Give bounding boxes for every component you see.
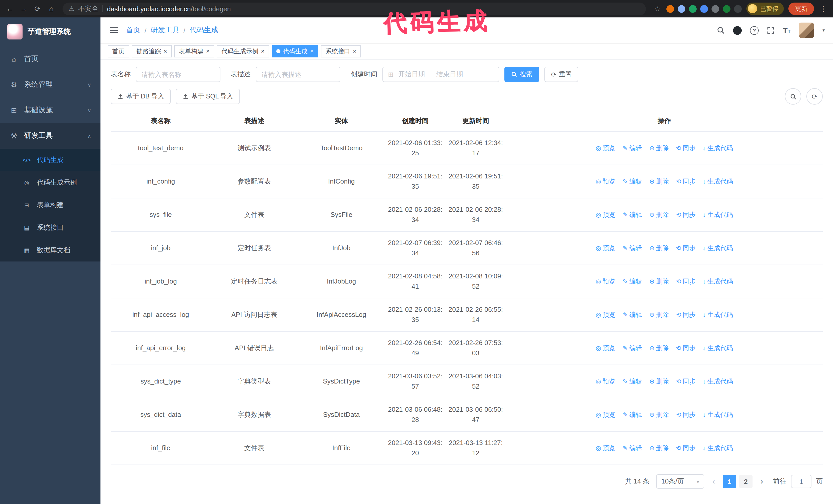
action-generate[interactable]: ↓生成代码 [703, 176, 733, 187]
logo[interactable]: 芋道管理系统 [0, 18, 100, 46]
action-edit[interactable]: ✎编辑 [623, 443, 642, 453]
action-edit[interactable]: ✎编辑 [623, 277, 642, 287]
next-page-button[interactable]: › [757, 477, 766, 486]
action-delete[interactable]: ⊖删除 [649, 343, 669, 353]
action-preview[interactable]: ◎预览 [596, 410, 615, 420]
action-delete[interactable]: ⊖删除 [649, 410, 669, 420]
close-icon[interactable]: × [261, 48, 264, 54]
action-delete[interactable]: ⊖删除 [649, 176, 669, 187]
import-db-button[interactable]: 基于 DB 导入 [111, 89, 171, 104]
close-icon[interactable]: × [164, 48, 167, 54]
action-delete[interactable]: ⊖删除 [649, 243, 669, 253]
sidebar-item-codegen[interactable]: </>代码生成 [0, 149, 100, 171]
close-icon[interactable]: × [206, 48, 210, 54]
action-preview[interactable]: ◎预览 [596, 376, 615, 387]
extension-icon[interactable] [678, 5, 685, 13]
action-generate[interactable]: ↓生成代码 [703, 210, 733, 220]
sidebar-item-api[interactable]: ▤系统接口 [0, 216, 100, 239]
browser-home-icon[interactable]: ⌂ [47, 5, 56, 13]
sidebar-item-infra[interactable]: ⊞基础设施∨ [0, 97, 100, 123]
action-generate[interactable]: ↓生成代码 [703, 376, 733, 387]
help-icon[interactable]: ? [750, 26, 759, 34]
tab-codegen-example[interactable]: 代码生成示例× [217, 45, 269, 57]
fullscreen-icon[interactable] [767, 26, 775, 34]
action-preview[interactable]: ◎预览 [596, 343, 615, 353]
action-preview[interactable]: ◎预览 [596, 443, 615, 453]
action-sync[interactable]: ⟲同步 [676, 143, 696, 153]
tab-home[interactable]: 首页 [108, 45, 129, 57]
action-sync[interactable]: ⟲同步 [676, 310, 696, 320]
page-1[interactable]: 1 [723, 475, 736, 488]
user-avatar[interactable] [799, 23, 814, 38]
table-name-input[interactable] [136, 67, 220, 82]
address-bar[interactable]: ⚠ 不安全 dashboard.yudao.iocoder.cn/tool/co… [63, 2, 646, 15]
action-edit[interactable]: ✎编辑 [623, 410, 642, 420]
prev-page-button[interactable]: ‹ [709, 477, 718, 486]
bookmark-star-icon[interactable]: ☆ [652, 5, 662, 13]
font-size-icon[interactable]: TT [783, 26, 791, 34]
tab-form-builder[interactable]: 表单构建× [174, 45, 214, 57]
action-edit[interactable]: ✎编辑 [623, 176, 642, 187]
action-sync[interactable]: ⟲同步 [676, 210, 696, 220]
action-generate[interactable]: ↓生成代码 [703, 410, 733, 420]
refresh-button[interactable]: ⟳ [806, 88, 823, 104]
sidebar-item-system[interactable]: ⚙系统管理∨ [0, 72, 100, 97]
action-edit[interactable]: ✎编辑 [623, 343, 642, 353]
breadcrumb-item[interactable]: 研发工具 [151, 26, 180, 35]
action-generate[interactable]: ↓生成代码 [703, 243, 733, 253]
page-size-select[interactable]: 10条/页 ▾ [656, 474, 704, 488]
breadcrumb-item[interactable]: 首页 [126, 26, 140, 35]
action-edit[interactable]: ✎编辑 [623, 310, 642, 320]
profile-badge[interactable]: 已暂停 [746, 3, 784, 15]
action-sync[interactable]: ⟲同步 [676, 376, 696, 387]
action-delete[interactable]: ⊖删除 [649, 210, 669, 220]
sidebar-item-home[interactable]: ⌂首页 [0, 46, 100, 72]
action-edit[interactable]: ✎编辑 [623, 243, 642, 253]
action-preview[interactable]: ◎预览 [596, 210, 615, 220]
action-edit[interactable]: ✎编辑 [623, 376, 642, 387]
action-delete[interactable]: ⊖删除 [649, 376, 669, 387]
action-sync[interactable]: ⟲同步 [676, 443, 696, 453]
sidebar-item-devtools[interactable]: ⚒研发工具∧ [0, 123, 100, 149]
action-sync[interactable]: ⟲同步 [676, 243, 696, 253]
forward-icon[interactable]: → [19, 5, 28, 13]
action-delete[interactable]: ⊖删除 [649, 143, 669, 153]
tab-codegen[interactable]: 代码生成× [272, 45, 318, 57]
hamburger-icon[interactable] [109, 25, 119, 36]
date-range-picker[interactable]: ⊞ 开始日期 - 结束日期 [382, 67, 499, 82]
action-preview[interactable]: ◎预览 [596, 143, 615, 153]
action-delete[interactable]: ⊖删除 [649, 443, 669, 453]
search-icon[interactable] [717, 26, 725, 34]
table-desc-input[interactable] [256, 67, 340, 82]
action-generate[interactable]: ↓生成代码 [703, 443, 733, 453]
goto-page-input[interactable] [791, 475, 811, 488]
extension-icon[interactable] [723, 5, 731, 13]
action-generate[interactable]: ↓生成代码 [703, 343, 733, 353]
extension-icon[interactable] [700, 5, 708, 13]
action-sync[interactable]: ⟲同步 [676, 176, 696, 187]
back-icon[interactable]: ← [5, 5, 14, 13]
action-generate[interactable]: ↓生成代码 [703, 310, 733, 320]
action-preview[interactable]: ◎预览 [596, 243, 615, 253]
action-sync[interactable]: ⟲同步 [676, 277, 696, 287]
action-sync[interactable]: ⟲同步 [676, 410, 696, 420]
breadcrumb-item[interactable]: 代码生成 [190, 26, 218, 35]
action-sync[interactable]: ⟲同步 [676, 343, 696, 353]
extension-icon[interactable] [734, 5, 742, 13]
page-2[interactable]: 2 [739, 475, 753, 488]
search-button[interactable]: 搜索 [504, 67, 539, 82]
github-icon[interactable] [733, 26, 742, 34]
toggle-search-button[interactable] [785, 88, 801, 104]
action-generate[interactable]: ↓生成代码 [703, 143, 733, 153]
sidebar-item-form-builder[interactable]: ⊟表单构建 [0, 194, 100, 216]
extension-icon[interactable] [712, 5, 719, 13]
reload-icon[interactable]: ⟳ [33, 5, 42, 13]
browser-update-button[interactable]: 更新 [788, 3, 814, 15]
close-icon[interactable]: × [310, 48, 314, 54]
action-edit[interactable]: ✎编辑 [623, 210, 642, 220]
action-delete[interactable]: ⊖删除 [649, 310, 669, 320]
action-preview[interactable]: ◎预览 [596, 277, 615, 287]
action-delete[interactable]: ⊖删除 [649, 277, 669, 287]
action-generate[interactable]: ↓生成代码 [703, 277, 733, 287]
extension-icon[interactable] [689, 5, 697, 13]
